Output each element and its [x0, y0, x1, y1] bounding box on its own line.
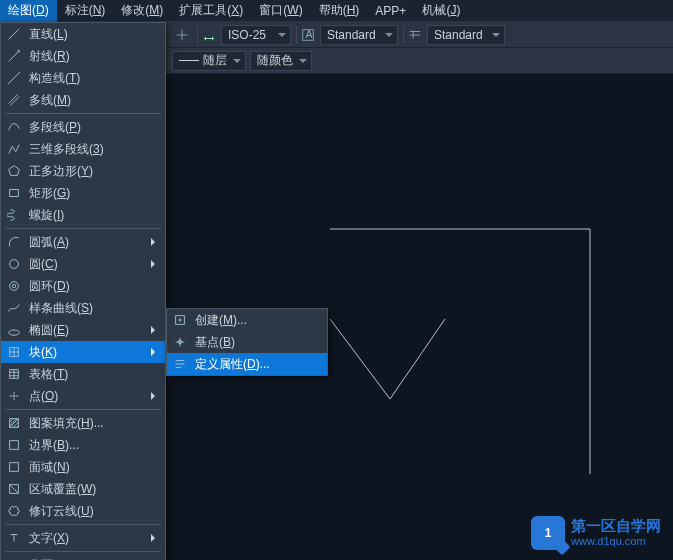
draw-menu-item-xline[interactable]: 构造线(T) [1, 67, 165, 89]
wipeout-icon [5, 480, 23, 498]
rect-icon [5, 184, 23, 202]
draw-menu-item-text[interactable]: 文字(X) [1, 527, 165, 549]
menu-label: 三维多段线(3) [29, 141, 159, 158]
revcloud-icon [5, 502, 23, 520]
watermark-badge: 1 [531, 516, 565, 550]
ray-icon [5, 47, 23, 65]
menu-label: 点(O) [29, 388, 147, 405]
menubar-item-N[interactable]: 标注(N) [57, 0, 114, 22]
submenu-arrow-icon [151, 260, 159, 268]
linetype-select[interactable]: 随层 [172, 51, 246, 71]
menu-label: 曲面(F) [29, 557, 147, 561]
menu-label: 正多边形(Y) [29, 163, 159, 180]
menubar-item-M[interactable]: 修改(M) [113, 0, 171, 22]
menu-bar: 绘图(D)标注(N)修改(M)扩展工具(X)窗口(W)帮助(H)APP+机械(J… [0, 0, 673, 22]
spline-icon [5, 299, 23, 317]
menu-label: 螺旋(I) [29, 207, 159, 224]
menu-label: 直线(L) [29, 26, 159, 43]
menu-label: 椭圆(E) [29, 322, 147, 339]
dim-style-icon [201, 27, 217, 43]
block-icon [5, 343, 23, 361]
draw-menu-item-donut[interactable]: 圆环(D) [1, 275, 165, 297]
polygon-icon [5, 162, 23, 180]
menu-label: 多段线(P) [29, 119, 159, 136]
block-submenu-item-attdef[interactable]: 定义属性(D)... [167, 353, 327, 375]
draw-menu-item-helix[interactable]: 螺旋(I) [1, 204, 165, 226]
circle-icon [5, 255, 23, 273]
region-icon [5, 458, 23, 476]
boundary-icon [5, 436, 23, 454]
menubar-item-D[interactable]: 绘图(D) [0, 0, 57, 22]
submenu-arrow-icon [151, 534, 159, 542]
menu-label: 圆弧(A) [29, 234, 147, 251]
menu-label: 构造线(T) [29, 70, 159, 87]
draw-menu-item-hatch[interactable]: 图案填充(H)... [1, 412, 165, 434]
ellipse-icon [5, 321, 23, 339]
table-icon [5, 365, 23, 383]
menu-label: 圆环(D) [29, 278, 159, 295]
draw-menu-item-spline[interactable]: 样条曲线(S) [1, 297, 165, 319]
draw-menu-item-revcloud[interactable]: 修订云线(U) [1, 500, 165, 522]
draw-menu-item-ray[interactable]: 射线(R) [1, 45, 165, 67]
submenu-arrow-icon [151, 238, 159, 246]
menu-label: 多线(M) [29, 92, 159, 109]
watermark: 1 第一区自学网 www.d1qu.com [531, 516, 661, 550]
block-submenu: 创建(M)...基点(B)定义属性(D)... [166, 308, 328, 376]
menubar-item-APP+[interactable]: APP+ [367, 1, 414, 21]
menu-label: 块(K) [29, 344, 147, 361]
donut-icon [5, 277, 23, 295]
draw-menu-item-surface[interactable]: 曲面(F) [1, 554, 165, 560]
menu-label: 创建(M)... [195, 312, 321, 329]
text-style-icon: A [300, 27, 316, 43]
text-icon [5, 529, 23, 547]
xline-icon [5, 69, 23, 87]
draw-menu-item-mline[interactable]: 多线(M) [1, 89, 165, 111]
menu-label: 表格(T) [29, 366, 159, 383]
menu-label: 矩形(G) [29, 185, 159, 202]
menubar-item-X[interactable]: 扩展工具(X) [171, 0, 251, 22]
menu-label: 图案填充(H)... [29, 415, 159, 432]
submenu-arrow-icon [151, 392, 159, 400]
menu-label: 圆(C) [29, 256, 147, 273]
menu-label: 基点(B) [195, 334, 321, 351]
menu-label: 样条曲线(S) [29, 300, 159, 317]
draw-menu-item-rect[interactable]: 矩形(G) [1, 182, 165, 204]
draw-menu-item-circle[interactable]: 圆(C) [1, 253, 165, 275]
draw-menu-item-wipeout[interactable]: 区域覆盖(W) [1, 478, 165, 500]
menu-label: 射线(R) [29, 48, 159, 65]
menubar-item-W[interactable]: 窗口(W) [251, 0, 310, 22]
svg-text:A: A [305, 28, 312, 40]
point-icon [5, 387, 23, 405]
hatch-icon [5, 414, 23, 432]
draw-menu-item-table[interactable]: 表格(T) [1, 363, 165, 385]
menubar-item-J[interactable]: 机械(J) [414, 0, 468, 22]
draw-menu-item-pline[interactable]: 多段线(P) [1, 116, 165, 138]
watermark-url: www.d1qu.com [571, 535, 661, 548]
menu-label: 面域(N) [29, 459, 159, 476]
submenu-arrow-icon [151, 348, 159, 356]
dimstyle-select[interactable]: ISO-25 [221, 25, 291, 45]
3dpoly-icon [5, 140, 23, 158]
block-submenu-item-make[interactable]: 创建(M)... [167, 309, 327, 331]
draw-menu-item-polygon[interactable]: 正多边形(Y) [1, 160, 165, 182]
draw-menu-item-block[interactable]: 块(K) [1, 341, 165, 363]
draw-menu-item-region[interactable]: 面域(N) [1, 456, 165, 478]
menubar-item-H[interactable]: 帮助(H) [311, 0, 368, 22]
tablestyle-select[interactable]: Standard [427, 25, 505, 45]
menu-label: 修订云线(U) [29, 503, 159, 520]
surface-icon [5, 556, 23, 560]
draw-menu-item-ellipse[interactable]: 椭圆(E) [1, 319, 165, 341]
pline-icon [5, 118, 23, 136]
draw-menu-item-point[interactable]: 点(O) [1, 385, 165, 407]
draw-menu-item-boundary[interactable]: 边界(B)... [1, 434, 165, 456]
watermark-title: 第一区自学网 [571, 517, 661, 535]
toolbar-button[interactable] [171, 24, 193, 46]
block-submenu-item-base[interactable]: 基点(B) [167, 331, 327, 353]
plotstyle-select[interactable]: 随颜色 [250, 51, 312, 71]
table-style-icon [407, 27, 423, 43]
draw-menu-item-line[interactable]: 直线(L) [1, 23, 165, 45]
draw-menu-item-arc[interactable]: 圆弧(A) [1, 231, 165, 253]
textstyle-select[interactable]: Standard [320, 25, 398, 45]
draw-menu-item-3dpoly[interactable]: 三维多段线(3) [1, 138, 165, 160]
menu-label: 区域覆盖(W) [29, 481, 159, 498]
